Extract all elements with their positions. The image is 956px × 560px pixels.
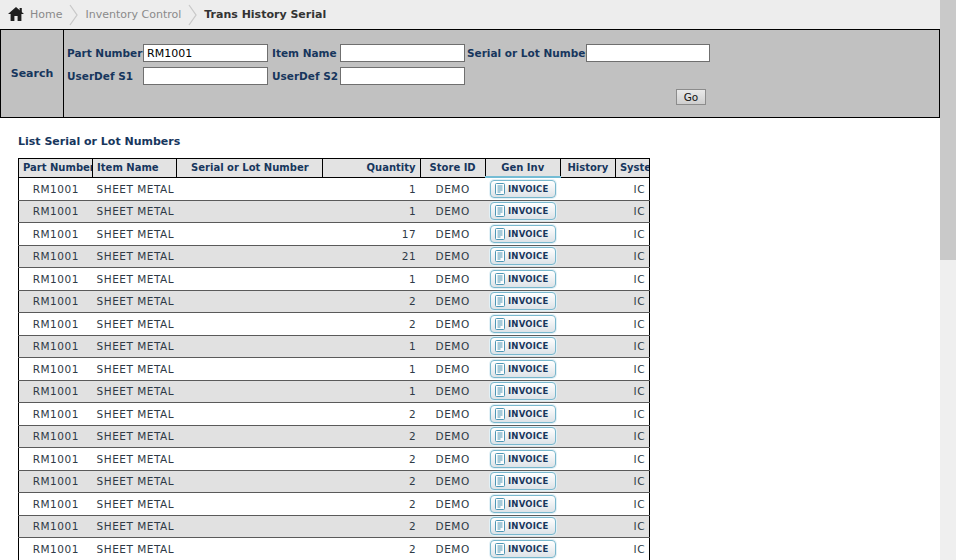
cell-gen-inv: INVOICE <box>485 313 560 336</box>
table-row: RM1001SHEET METAL2DEMOINVOICEIC <box>19 470 650 493</box>
vertical-scrollbar[interactable] <box>940 0 956 560</box>
cell-gen-inv: INVOICE <box>485 515 560 538</box>
page-title: List Serial or Lot Numbers <box>18 135 956 148</box>
column-header-part-number[interactable]: Part Number <box>19 159 93 178</box>
cell-system: IC <box>615 335 649 358</box>
cell-gen-inv: INVOICE <box>485 403 560 426</box>
cell-item-name: SHEET METAL <box>93 470 177 493</box>
invoice-button[interactable]: INVOICE <box>490 225 556 243</box>
invoice-button[interactable]: INVOICE <box>490 517 556 535</box>
item-name-input[interactable] <box>340 44 465 62</box>
userdef-s2-label: UserDef S2 <box>272 70 338 82</box>
cell-system: IC <box>615 515 649 538</box>
cell-serial-or-lot-number <box>177 448 323 471</box>
column-header-store-id[interactable]: Store ID <box>420 159 485 178</box>
table-row: RM1001SHEET METAL2DEMOINVOICEIC <box>19 515 650 538</box>
cell-gen-inv: INVOICE <box>485 538 560 560</box>
column-header-system[interactable]: System <box>615 159 649 178</box>
cell-part-number: RM1001 <box>19 177 93 200</box>
cell-quantity: 2 <box>323 313 420 336</box>
home-icon[interactable] <box>8 7 24 22</box>
cell-serial-or-lot-number <box>177 335 323 358</box>
cell-part-number: RM1001 <box>19 380 93 403</box>
cell-system: IC <box>615 493 649 516</box>
cell-history <box>560 515 615 538</box>
invoice-button[interactable]: INVOICE <box>490 292 556 310</box>
invoice-button[interactable]: INVOICE <box>490 427 556 445</box>
userdef-s1-input[interactable] <box>143 67 268 85</box>
table-row: RM1001SHEET METAL2DEMOINVOICEIC <box>19 448 650 471</box>
table-row: RM1001SHEET METAL2DEMOINVOICEIC <box>19 493 650 516</box>
userdef-s2-input[interactable] <box>340 67 465 85</box>
cell-quantity: 1 <box>323 177 420 200</box>
invoice-button[interactable]: INVOICE <box>490 360 556 378</box>
invoice-button[interactable]: INVOICE <box>490 405 556 423</box>
invoice-document-icon <box>495 273 505 285</box>
invoice-button[interactable]: INVOICE <box>490 450 556 468</box>
column-header-gen-inv[interactable]: Gen Inv <box>485 159 560 178</box>
cell-system: IC <box>615 313 649 336</box>
cell-serial-or-lot-number <box>177 403 323 426</box>
cell-quantity: 1 <box>323 200 420 223</box>
column-header-history[interactable]: History <box>560 159 615 178</box>
cell-gen-inv: INVOICE <box>485 358 560 381</box>
invoice-button-label: INVOICE <box>508 544 549 554</box>
cell-item-name: SHEET METAL <box>93 290 177 313</box>
invoice-button[interactable]: INVOICE <box>490 202 556 220</box>
invoice-button-label: INVOICE <box>508 521 549 531</box>
cell-system: IC <box>615 470 649 493</box>
table-row: RM1001SHEET METAL1DEMOINVOICEIC <box>19 380 650 403</box>
cell-history <box>560 403 615 426</box>
cell-system: IC <box>615 200 649 223</box>
cell-store-id: DEMO <box>420 493 485 516</box>
invoice-button[interactable]: INVOICE <box>490 382 556 400</box>
cell-store-id: DEMO <box>420 358 485 381</box>
cell-history <box>560 358 615 381</box>
column-header-serial-or-lot-number[interactable]: Serial or Lot Number <box>177 159 323 178</box>
cell-serial-or-lot-number <box>177 538 323 560</box>
part-number-input[interactable] <box>143 44 268 62</box>
cell-item-name: SHEET METAL <box>93 223 177 246</box>
invoice-button-label: INVOICE <box>508 341 549 351</box>
cell-serial-or-lot-number <box>177 223 323 246</box>
invoice-button[interactable]: INVOICE <box>490 247 556 265</box>
cell-store-id: DEMO <box>420 177 485 200</box>
cell-history <box>560 200 615 223</box>
serial-or-lot-number-input[interactable] <box>586 44 710 62</box>
invoice-button[interactable]: INVOICE <box>490 337 556 355</box>
scrollbar-thumb[interactable] <box>940 0 956 260</box>
cell-store-id: DEMO <box>420 335 485 358</box>
cell-part-number: RM1001 <box>19 493 93 516</box>
invoice-button[interactable]: INVOICE <box>490 315 556 333</box>
table-row: RM1001SHEET METAL2DEMOINVOICEIC <box>19 290 650 313</box>
invoice-document-icon <box>495 363 505 375</box>
invoice-button[interactable]: INVOICE <box>490 270 556 288</box>
cell-quantity: 17 <box>323 223 420 246</box>
invoice-button[interactable]: INVOICE <box>490 495 556 513</box>
invoice-document-icon <box>495 520 505 532</box>
cell-part-number: RM1001 <box>19 470 93 493</box>
cell-gen-inv: INVOICE <box>485 493 560 516</box>
invoice-button-label: INVOICE <box>508 206 549 216</box>
cell-store-id: DEMO <box>420 290 485 313</box>
cell-system: IC <box>615 380 649 403</box>
go-button[interactable]: Go <box>676 89 706 105</box>
breadcrumb-inventory-control[interactable]: Inventory Control <box>85 8 181 21</box>
cell-store-id: DEMO <box>420 448 485 471</box>
cell-item-name: SHEET METAL <box>93 268 177 291</box>
search-panel-label: Search <box>11 67 54 80</box>
userdef-s1-label: UserDef S1 <box>67 70 133 82</box>
cell-gen-inv: INVOICE <box>485 177 560 200</box>
column-header-item-name[interactable]: Item Name <box>93 159 177 178</box>
cell-gen-inv: INVOICE <box>485 448 560 471</box>
breadcrumb-home[interactable]: Home <box>30 8 62 21</box>
invoice-button[interactable]: INVOICE <box>490 472 556 490</box>
table-row: RM1001SHEET METAL1DEMOINVOICEIC <box>19 268 650 291</box>
invoice-button[interactable]: INVOICE <box>490 180 556 198</box>
cell-item-name: SHEET METAL <box>93 403 177 426</box>
column-header-quantity[interactable]: Quantity <box>323 159 420 178</box>
cell-part-number: RM1001 <box>19 448 93 471</box>
invoice-button-label: INVOICE <box>508 409 549 419</box>
invoice-document-icon <box>495 430 505 442</box>
invoice-button[interactable]: INVOICE <box>490 540 556 558</box>
